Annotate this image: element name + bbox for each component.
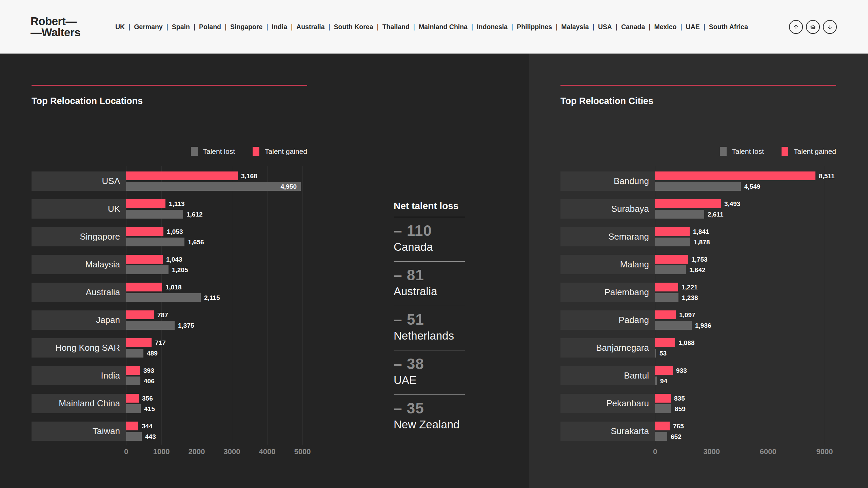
nav-item-malaysia[interactable]: Malaysia (557, 23, 592, 31)
talent-gained-bar[interactable] (655, 199, 721, 208)
net-divider (394, 306, 465, 306)
category-label-text: UK (108, 204, 120, 214)
talent-lost-bar[interactable] (655, 293, 678, 302)
talent-gained-value: 1,841 (693, 227, 709, 236)
talent-gained-value: 393 (143, 366, 154, 375)
talent-lost-bar[interactable] (655, 404, 671, 413)
scroll-up-button[interactable] (789, 20, 803, 34)
talent-gained-bar[interactable] (655, 227, 690, 236)
axis-tick-label: 5000 (294, 447, 311, 456)
nav-item-uae[interactable]: UAE (682, 23, 704, 31)
talent-gained-value: 933 (676, 366, 687, 375)
category-label-bandung: Bandung (560, 171, 655, 191)
scroll-down-button[interactable] (823, 20, 837, 34)
axis-tick-label: 6000 (760, 447, 776, 456)
talent-gained-bar[interactable] (655, 310, 676, 319)
talent-lost-value: 652 (671, 432, 682, 441)
gridline (232, 166, 232, 445)
talent-lost-bar[interactable] (655, 377, 657, 385)
axis-tick-label: 4000 (259, 447, 276, 456)
category-label-taiwan: Taiwan (32, 422, 126, 441)
talent-gained-bar[interactable] (126, 199, 165, 208)
nav-item-mexico[interactable]: Mexico (650, 23, 680, 31)
talent-lost-bar[interactable] (126, 432, 142, 441)
nav-item-canada[interactable]: Canada (617, 23, 649, 31)
talent-gained-bar[interactable] (655, 255, 688, 264)
net-loss-country: Australia (394, 286, 465, 297)
robert-walters-logo[interactable]: Robert— —Walters (31, 16, 80, 38)
talent-lost-bar[interactable] (655, 321, 692, 330)
category-label-semarang: Semarang (560, 227, 655, 246)
talent-lost-bar[interactable] (126, 377, 140, 385)
talent-lost-value: 489 (147, 349, 158, 358)
net-divider (394, 394, 465, 395)
talent-lost-bar[interactable] (126, 404, 141, 413)
talent-gained-bar[interactable] (655, 394, 671, 403)
talent-gained-bar[interactable] (126, 171, 238, 180)
talent-lost-value: 53 (659, 349, 667, 358)
axis-tick-label: 3000 (703, 447, 720, 456)
talent-gained-bar[interactable] (126, 394, 139, 403)
talent-lost-value: 1,612 (186, 210, 203, 219)
net-loss-country: Netherlands (394, 330, 465, 341)
talent-gained-bar[interactable] (655, 338, 675, 347)
chart-title-locations: Top Relocation Locations (32, 96, 143, 106)
logo-line-1: Robert— (31, 16, 80, 27)
talent-lost-value: 443 (145, 432, 156, 441)
category-label-text: Malaysia (85, 259, 120, 270)
nav-item-thailand[interactable]: Thailand (379, 23, 413, 31)
legend-label: Talent gained (265, 147, 307, 156)
talent-lost-bar[interactable] (126, 293, 201, 302)
nav-item-germany[interactable]: Germany (130, 23, 166, 31)
talent-gained-swatch (253, 147, 259, 156)
talent-lost-bar[interactable] (655, 238, 690, 246)
talent-gained-bar[interactable] (126, 366, 140, 375)
category-label-malaysia: Malaysia (32, 255, 126, 274)
nav-item-mainland-china[interactable]: Mainland China (415, 23, 471, 31)
nav-item-south-africa[interactable]: South Africa (705, 23, 752, 31)
talent-lost-bar[interactable] (655, 432, 667, 441)
nav-item-indonesia[interactable]: Indonesia (473, 23, 511, 31)
legend-label: Talent lost (203, 147, 235, 156)
category-label-palembang: Palembang (560, 283, 655, 302)
talent-lost-bar[interactable] (655, 349, 656, 358)
home-icon (809, 23, 817, 31)
talent-lost-bar[interactable] (655, 210, 704, 219)
talent-gained-bar[interactable] (655, 283, 678, 291)
talent-lost-bar[interactable] (126, 265, 169, 274)
talent-lost-bar[interactable] (655, 182, 741, 191)
talent-gained-bar[interactable] (126, 227, 163, 236)
talent-lost-value: 415 (144, 404, 155, 413)
talent-lost-value: 4,950 (126, 182, 297, 191)
legend-cities: Talent lost Talent gained (655, 147, 836, 156)
talent-gained-bar[interactable] (126, 255, 163, 264)
talent-gained-bar[interactable] (126, 310, 154, 319)
talent-gained-bar[interactable] (655, 366, 673, 375)
talent-gained-bar[interactable] (126, 422, 138, 430)
talent-lost-bar[interactable] (126, 210, 183, 219)
nav-item-uk[interactable]: UK (112, 23, 129, 31)
talent-gained-bar[interactable] (126, 283, 162, 291)
talent-gained-value: 717 (155, 338, 166, 347)
talent-gained-value: 3,493 (724, 199, 741, 208)
talent-lost-bar[interactable] (126, 321, 175, 330)
nav-item-poland[interactable]: Poland (195, 23, 225, 31)
talent-lost-bar[interactable] (126, 238, 184, 246)
nav-item-australia[interactable]: Australia (293, 23, 328, 31)
talent-lost-swatch (720, 147, 727, 156)
nav-item-india[interactable]: India (268, 23, 291, 31)
category-label-text: USA (102, 176, 120, 186)
nav-item-usa[interactable]: USA (594, 23, 616, 31)
nav-item-south-korea[interactable]: South Korea (330, 23, 377, 31)
talent-lost-bar[interactable] (655, 265, 686, 274)
home-button[interactable] (806, 20, 820, 34)
talent-gained-bar[interactable] (126, 338, 152, 347)
nav-item-spain[interactable]: Spain (168, 23, 194, 31)
nav-item-singapore[interactable]: Singapore (226, 23, 266, 31)
category-label-text: Taiwan (93, 426, 120, 436)
talent-gained-value: 787 (157, 310, 168, 319)
talent-gained-bar[interactable] (655, 422, 670, 430)
talent-lost-bar[interactable] (126, 349, 143, 358)
nav-item-philippines[interactable]: Philippines (513, 23, 556, 31)
talent-gained-bar[interactable] (655, 171, 815, 180)
